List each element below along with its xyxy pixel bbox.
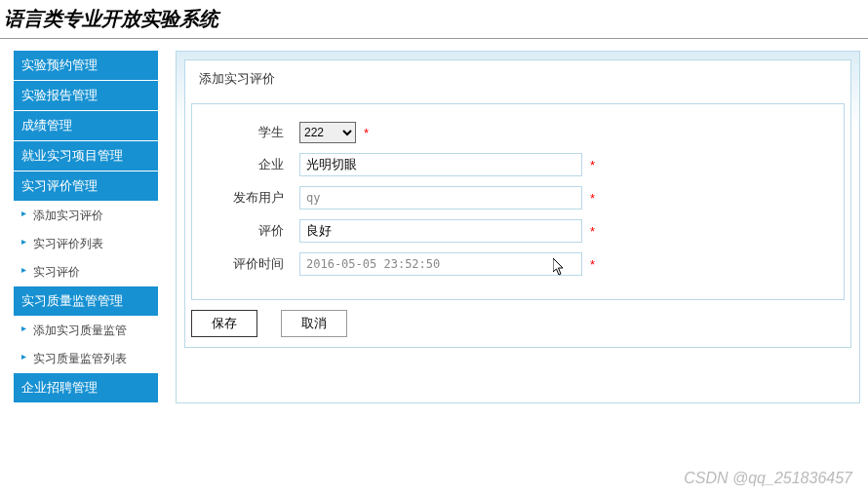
nav-header-quality[interactable]: 实习质量监管管理 bbox=[14, 286, 158, 317]
publisher-input[interactable] bbox=[299, 186, 582, 209]
sidebar-item-add-quality[interactable]: 添加实习质量监管 bbox=[14, 317, 158, 345]
rating-input[interactable] bbox=[299, 219, 582, 243]
row-student: 学生 222 * bbox=[212, 122, 824, 143]
header: 语言类专业开放实验系统 bbox=[0, 0, 868, 39]
required-mark: * bbox=[590, 191, 595, 206]
required-mark: * bbox=[590, 158, 595, 172]
nav-header-reservation[interactable]: 实验预约管理 bbox=[14, 51, 158, 81]
sidebar-item-evaluation-list[interactable]: 实习评价列表 bbox=[14, 230, 158, 258]
label-company: 企业 bbox=[212, 156, 299, 173]
time-input[interactable] bbox=[299, 252, 582, 276]
student-select[interactable]: 222 bbox=[299, 122, 356, 143]
cancel-button[interactable]: 取消 bbox=[281, 310, 347, 337]
required-mark: * bbox=[364, 126, 369, 140]
row-rating: 评价 * bbox=[212, 219, 824, 243]
row-time: 评价时间 * bbox=[212, 252, 824, 276]
company-input[interactable] bbox=[299, 153, 582, 176]
sidebar-item-quality-list[interactable]: 实习质量监管列表 bbox=[14, 345, 158, 373]
nav-header-internship-project[interactable]: 就业实习项目管理 bbox=[14, 141, 158, 171]
sidebar-item-add-evaluation[interactable]: 添加实习评价 bbox=[14, 202, 158, 230]
sidebar-item-evaluation[interactable]: 实习评价 bbox=[14, 258, 158, 286]
panel: 添加实习评价 学生 222 * 企业 * 发布用户 * bbox=[184, 59, 851, 348]
label-publisher: 发布用户 bbox=[212, 189, 299, 207]
row-publisher: 发布用户 * bbox=[212, 186, 824, 209]
sidebar: 实验预约管理 实验报告管理 成绩管理 就业实习项目管理 实习评价管理 添加实习评… bbox=[14, 51, 158, 403]
watermark: CSDN @qq_251836457 bbox=[684, 470, 852, 487]
page-title: 语言类专业开放实验系统 bbox=[4, 6, 864, 32]
label-student: 学生 bbox=[212, 124, 299, 141]
required-mark: * bbox=[590, 224, 595, 239]
nav-header-report[interactable]: 实验报告管理 bbox=[14, 81, 158, 111]
save-button[interactable]: 保存 bbox=[191, 310, 257, 337]
nav-header-recruitment[interactable]: 企业招聘管理 bbox=[14, 373, 158, 403]
content-area: 添加实习评价 学生 222 * 企业 * 发布用户 * bbox=[176, 51, 860, 403]
required-mark: * bbox=[590, 257, 595, 272]
row-company: 企业 * bbox=[212, 153, 824, 176]
label-rating: 评价 bbox=[212, 222, 299, 240]
form: 学生 222 * 企业 * 发布用户 * 评价 bbox=[191, 103, 845, 300]
label-time: 评价时间 bbox=[212, 255, 299, 273]
nav-header-evaluation[interactable]: 实习评价管理 bbox=[14, 171, 158, 202]
panel-title: 添加实习评价 bbox=[185, 60, 850, 97]
nav-header-grade[interactable]: 成绩管理 bbox=[14, 111, 158, 141]
button-row: 保存 取消 bbox=[191, 310, 845, 337]
